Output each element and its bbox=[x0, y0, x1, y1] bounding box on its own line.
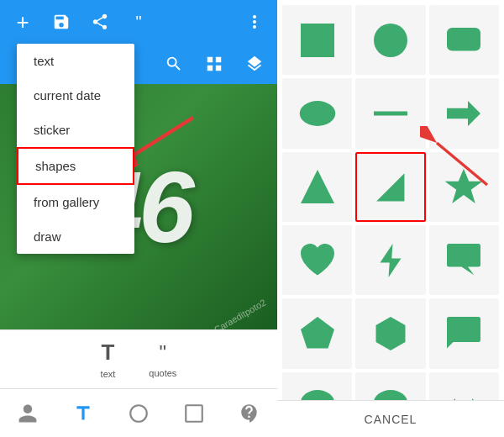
cancel-bar: CANCEL bbox=[277, 400, 504, 437]
svg-marker-9 bbox=[447, 101, 480, 126]
shape-arrow-right[interactable] bbox=[429, 78, 499, 148]
menu-item-shapes[interactable]: shapes bbox=[17, 147, 134, 185]
shape-triangle[interactable] bbox=[282, 152, 352, 222]
quotes-tool[interactable]: " quotes bbox=[149, 341, 176, 378]
svg-marker-13 bbox=[381, 244, 402, 277]
grid-button[interactable] bbox=[198, 48, 230, 80]
svg-marker-15 bbox=[376, 317, 406, 350]
nav-shape[interactable] bbox=[118, 392, 160, 434]
shape-pentagon[interactable] bbox=[282, 298, 352, 368]
quotes-tool-label: quotes bbox=[149, 368, 176, 378]
svg-point-16 bbox=[301, 390, 334, 400]
svg-marker-12 bbox=[445, 169, 483, 203]
svg-rect-6 bbox=[447, 28, 480, 51]
menu-item-from-gallery[interactable]: from gallery bbox=[17, 185, 134, 219]
shape-speech-round[interactable] bbox=[282, 372, 352, 400]
nav-text-style[interactable] bbox=[62, 392, 104, 434]
shape-chat-bubble[interactable] bbox=[429, 298, 499, 368]
svg-point-7 bbox=[299, 101, 335, 126]
dropdown-menu: text current date sticker shapes from ga… bbox=[17, 44, 134, 254]
svg-marker-14 bbox=[301, 317, 334, 349]
add-button[interactable]: + bbox=[7, 6, 39, 38]
menu-item-sticker[interactable]: sticker bbox=[17, 113, 134, 147]
shape-heart[interactable] bbox=[282, 225, 352, 295]
shape-hexagon[interactable] bbox=[355, 298, 425, 368]
svg-point-2 bbox=[130, 405, 147, 422]
cancel-button[interactable]: CANCEL bbox=[365, 413, 417, 426]
left-panel: + " text current date sticker shapes fro… bbox=[0, 0, 277, 437]
svg-marker-10 bbox=[301, 170, 334, 203]
svg-marker-11 bbox=[376, 173, 404, 201]
quotes-tool-icon: " bbox=[160, 341, 167, 365]
menu-item-current-date[interactable]: current date bbox=[17, 78, 134, 113]
shape-star[interactable] bbox=[429, 152, 499, 222]
quote-button[interactable]: " bbox=[123, 6, 155, 38]
bottom-toolbar: T text " quotes bbox=[0, 329, 277, 388]
nav-bar bbox=[0, 388, 277, 437]
top-toolbar: + " bbox=[0, 0, 277, 44]
nav-effects[interactable] bbox=[228, 392, 270, 434]
shape-oval[interactable] bbox=[282, 78, 352, 148]
text-tool[interactable]: T text bbox=[101, 340, 116, 379]
shape-right-triangle[interactable] bbox=[355, 152, 425, 222]
shape-lightning[interactable] bbox=[355, 225, 425, 295]
shape-double-arrow[interactable] bbox=[429, 372, 499, 400]
shape-speech-dots[interactable] bbox=[355, 372, 425, 400]
menu-item-text[interactable]: text bbox=[17, 44, 134, 78]
svg-point-5 bbox=[374, 24, 407, 57]
svg-rect-4 bbox=[301, 24, 334, 57]
nav-frame[interactable] bbox=[173, 392, 215, 434]
text-tool-icon: T bbox=[102, 340, 115, 366]
shape-square[interactable] bbox=[282, 5, 352, 75]
shape-speech-bubble-right[interactable] bbox=[429, 225, 499, 295]
shapes-grid bbox=[277, 0, 504, 400]
svg-point-18 bbox=[374, 390, 407, 400]
search-button[interactable] bbox=[158, 48, 190, 80]
menu-item-draw[interactable]: draw bbox=[17, 219, 134, 254]
svg-rect-3 bbox=[186, 405, 202, 422]
layers-button[interactable] bbox=[239, 48, 270, 80]
shape-rounded-rect[interactable] bbox=[429, 5, 499, 75]
watermark: Caraeditpoto2 bbox=[213, 297, 268, 329]
more-button[interactable] bbox=[239, 6, 270, 38]
shapes-panel: CANCEL bbox=[277, 0, 504, 437]
shape-circle[interactable] bbox=[355, 5, 425, 75]
nav-avatar[interactable] bbox=[7, 392, 49, 434]
text-tool-label: text bbox=[101, 369, 116, 379]
share-button[interactable] bbox=[84, 6, 116, 38]
shape-line[interactable] bbox=[355, 78, 425, 148]
save-button[interactable] bbox=[45, 6, 77, 38]
svg-marker-23 bbox=[447, 398, 480, 400]
